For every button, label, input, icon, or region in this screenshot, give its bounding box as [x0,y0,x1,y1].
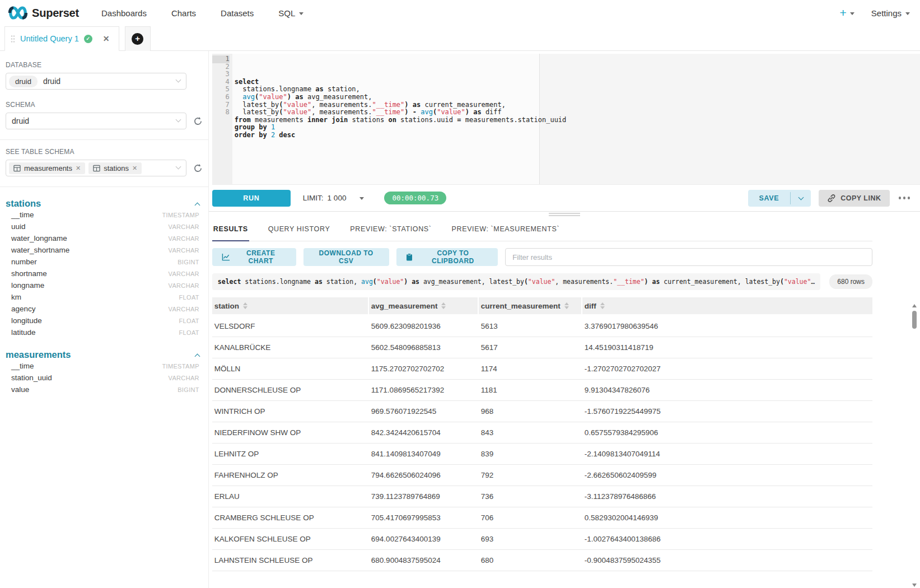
table-row: VELSDORF5609.62309820193656133.376901798… [212,316,872,337]
column-header-station[interactable]: station [212,297,369,314]
table-row: ERLAU739.1123789764869736-3.112378976486… [212,486,872,507]
table-row: CRAMBERG SCHLEUSE OP705.4170697995853706… [212,507,872,529]
table-cell: WINTRICH OP [212,407,369,416]
table-cell: -1.5760719225449975 [582,407,872,416]
tab-results[interactable]: RESULTS [212,222,249,241]
home-link[interactable]: Superset [8,6,79,20]
tab-preview-stations[interactable]: PREVIEW: `STATIONS` [349,222,432,241]
sort-icon[interactable] [600,302,605,309]
scrollbar-thumb[interactable] [912,311,917,329]
table-cell: 969.576071922545 [369,407,479,416]
table-cell: -1.0027643400138686 [582,535,872,543]
nav-datasets[interactable]: Datasets [221,8,254,18]
drag-handle-icon [11,35,15,43]
table-cell: 739.1123789764869 [369,492,479,501]
results-scrollbar[interactable] [911,304,917,587]
run-button[interactable]: RUN [212,190,291,207]
chevron-down-icon [798,194,804,200]
sort-icon[interactable] [564,302,569,309]
tab-title: Untitled Query 1 [20,34,79,43]
schema-column-water_shortname: water_shortnameVARCHAR [6,244,203,256]
nav-charts[interactable]: Charts [171,8,196,18]
nav-dashboards[interactable]: Dashboards [101,8,147,18]
schema-select[interactable]: druid [6,113,186,129]
schema-column-latitude: latitudeFLOAT [6,326,203,338]
query-tab-bar: Untitled Query 1 ✓ ✕ + [0,26,920,51]
table-cell: 794.6626506024096 [369,471,479,479]
sort-icon[interactable] [441,302,446,309]
schema-label: SCHEMA [6,101,203,109]
refresh-tables-icon[interactable] [193,164,203,173]
filter-results-input[interactable] [505,248,872,266]
table-cell: CRAMBERG SCHLEUSE OP [212,514,369,522]
sql-lab-main: 12345678 select stations.longname as sta… [209,51,920,588]
refresh-schema-icon[interactable] [193,116,203,126]
query-tab-untitled-query-1[interactable]: Untitled Query 1 ✓ ✕ [4,26,119,51]
table-cell: 5602.548096885813 [369,343,479,352]
copy-link-button[interactable]: COPY LINK [819,190,889,207]
table-cell: NIEDERFINOW SHW OP [212,428,369,437]
table-cell: -2.662650602409599 [582,471,872,479]
table-cell: VELSDORF [212,322,369,330]
more-options-button[interactable] [898,193,912,203]
schema-column-km: kmFLOAT [6,291,203,303]
results-table-header: station avg_measurement current_measurem… [212,297,872,314]
download-csv-button[interactable]: DOWNLOAD TO CSV [303,248,389,266]
nav-sql-menu[interactable]: SQL [278,8,303,18]
link-icon [827,194,836,203]
scroll-up-icon[interactable] [912,304,917,307]
remove-chip-icon[interactable]: ✕ [76,165,81,172]
results-pane: RESULTS QUERY HISTORY PREVIEW: `STATIONS… [209,217,920,588]
table-cell: KALKOFEN SCHLEUSE OP [212,535,369,543]
schema-table-stations[interactable]: stations [6,198,203,209]
tab-query-history[interactable]: QUERY HISTORY [267,222,331,241]
table-row: MÖLLN1175.27027027027021174-1.2702702702… [212,358,872,380]
table-cell: 1171.0869565217392 [369,386,479,394]
editor-code-area[interactable]: select stations.longname as station, avg… [232,54,920,184]
copy-clipboard-button[interactable]: COPY TO CLIPBOARD [396,248,498,266]
table-cell: -3.112378976486866 [582,492,872,501]
save-button[interactable]: SAVE [748,190,791,207]
close-tab-icon[interactable]: ✕ [103,34,110,43]
sql-lab-sidebar: DATABASE druid druid SCHEMA druid [0,51,209,588]
schema-column-longname: longnameVARCHAR [6,279,203,291]
table-cell: 5617 [479,343,582,352]
table-cell: 706 [479,514,582,522]
main-nav: Dashboards Charts Datasets SQL [101,8,303,18]
column-header-current-measurement[interactable]: current_measurement [479,297,582,314]
add-tab-button[interactable]: + [125,26,151,51]
table-chip-stations: stations ✕ [88,162,142,174]
create-chart-button[interactable]: CREATE CHART [212,248,296,266]
database-value: druid [43,77,60,86]
schema-column-agency: agencyVARCHAR [6,303,203,315]
settings-menu[interactable]: Settings [871,8,910,18]
table-row: LEHNITZ OP841.1409813407049839-2.1409813… [212,444,872,465]
table-cell: 693 [479,535,582,543]
table-cell: MÖLLN [212,365,369,373]
table-cell: 839 [479,450,582,458]
table-cell: 0.5829302004146939 [582,514,872,522]
editor-line-numbers: 12345678 [212,54,232,184]
editor-toolbar: RUN LIMIT: 1 000 00:00:00.73 SAVE [209,185,920,211]
sql-editor[interactable]: 12345678 select stations.longname as sta… [212,54,920,185]
table-schema-select[interactable]: measurements ✕ stations ✕ [6,160,186,176]
column-header-diff[interactable]: diff [582,297,872,314]
table-cell: 1174 [479,365,582,373]
schema-column-shortname: shortnameVARCHAR [6,268,203,279]
pane-resize-handle[interactable] [209,211,920,217]
database-select[interactable]: druid druid [6,73,186,90]
scroll-down-icon[interactable] [912,584,917,587]
chevron-down-icon [850,12,854,15]
table-cell: 5613 [479,322,582,330]
save-options-button[interactable] [791,190,811,207]
schema-table-measurements[interactable]: measurements [6,349,203,360]
table-icon [13,165,21,172]
limit-dropdown[interactable]: LIMIT: 1 000 [303,194,365,202]
remove-chip-icon[interactable]: ✕ [132,165,137,172]
tab-preview-measurements[interactable]: PREVIEW: `MEASUREMENTS` [451,222,561,241]
table-cell: KANALBRÜCKE [212,343,369,352]
add-new-menu[interactable]: + [840,6,854,20]
column-header-avg-measurement[interactable]: avg_measurement [369,297,479,314]
sort-icon[interactable] [243,302,247,309]
chevron-down-icon [905,12,910,15]
